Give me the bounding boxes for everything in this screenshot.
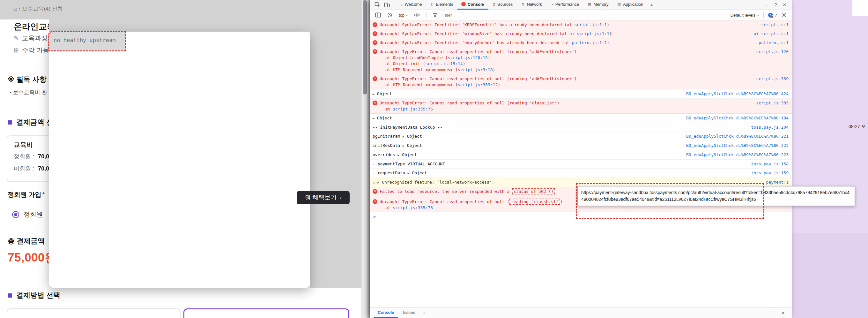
- code-location-link[interactable]: ui-script.js:1:1: [569, 31, 609, 36]
- strip-lower-shade: [792, 233, 868, 318]
- drawer-tab-console[interactable]: Console: [374, 308, 398, 318]
- context-selector-value: top: [399, 13, 404, 18]
- radio-selected-icon[interactable]: [12, 211, 19, 218]
- source-location-link[interactable]: BD_eduApplySlctChck.d…%B9%8C%EC%A7%80:19…: [686, 115, 788, 121]
- close-devtools-icon[interactable]: ✕: [780, 2, 789, 7]
- more-tabs-icon[interactable]: +: [648, 2, 656, 8]
- message-text: Uncaught TypeError: Cannot read properti…: [380, 100, 560, 105]
- inspect-icon[interactable]: [373, 2, 382, 8]
- code-location-link[interactable]: script.js:120:13: [448, 55, 488, 60]
- more-options-icon[interactable]: ⋮: [767, 310, 777, 315]
- console-message: overrides ▶ Object: [373, 152, 680, 158]
- filter-input[interactable]: Filter: [442, 13, 545, 18]
- source-location-link[interactable]: toss.pay.js:158: [751, 161, 788, 167]
- source-location-link[interactable]: BD_eduApplySlctChck.d…%B9%8C%EC%A7%80:22…: [686, 152, 788, 158]
- log-levels-dropdown[interactable]: Default levels ▾: [731, 13, 759, 18]
- console-row[interactable]: overrides ▶ ObjectBD_eduApplySlctChck.d……: [370, 150, 792, 160]
- code-location-link[interactable]: script.js:1:1: [574, 22, 607, 27]
- console-row[interactable]: ✕Uncaught TypeError: Cannot read propert…: [370, 47, 792, 75]
- pencil-icon: ✎: [14, 34, 19, 42]
- close-drawer-icon[interactable]: ✕: [778, 310, 788, 315]
- tab-application[interactable]: ▧Application: [613, 0, 648, 9]
- console-prompt[interactable]: >: [370, 212, 792, 221]
- console-row[interactable]: ✕Uncaught SyntaxError: Identifier 'windo…: [370, 29, 792, 38]
- console-row[interactable]: -- initPaymentData Lookup --toss.pay.js:…: [370, 123, 792, 132]
- console-sidebar-icon[interactable]: [373, 12, 383, 18]
- console-row[interactable]: ⚠▶ Unrecognized feature: 'local-network-…: [370, 178, 792, 187]
- modal-panel: no healthy upstream: [49, 32, 310, 288]
- source-location-link[interactable]: payment:1: [766, 179, 788, 185]
- tab-memory[interactable]: ▦Memory: [584, 0, 613, 9]
- divider: [763, 12, 764, 18]
- source-location-link[interactable]: toss.pay.js:204: [751, 124, 788, 130]
- benefit-button[interactable]: 원 혜택보기 ›: [297, 191, 350, 204]
- source-location-link[interactable]: BD_eduApplySlctChck.d…%B9%8C%EC%A7%80:22…: [686, 133, 788, 139]
- stack-trace-line: at HTMLDocument.<anonymous> (script.js:3…: [380, 67, 750, 73]
- source-location-link[interactable]: pattern.js:1: [758, 39, 788, 46]
- context-selector[interactable]: top ▾: [397, 12, 410, 18]
- tab-label: Console: [468, 2, 484, 7]
- source-location-link[interactable]: script.js:339: [756, 76, 788, 82]
- section-payment-method: 결제방법 선택: [8, 291, 60, 300]
- console-row[interactable]: pgInitParam ▶ ObjectBD_eduApplySlctChck.…: [370, 132, 792, 141]
- application-tab-icon: ▧: [618, 2, 621, 6]
- console-row[interactable]: ▶ ObjectBD_eduApplySlctChck.d…%B9%8C%EC%…: [370, 114, 792, 123]
- console-row[interactable]: ▶ ObjectBD_eduApplySlctChck.d…%B9%8C%EC%…: [370, 89, 792, 99]
- console-message: Uncaught SyntaxError: Identifier 'KRDSFo…: [380, 22, 755, 28]
- payment-option-box-selected[interactable]: [183, 309, 349, 318]
- add-tab-icon[interactable]: +: [420, 310, 428, 315]
- console-message: Uncaught TypeError: Cannot read properti…: [380, 49, 750, 73]
- issues-counter[interactable]: 7: [768, 13, 777, 18]
- message-text: at HTMLDocument.<anonymous> (: [385, 82, 458, 87]
- issues-icon: [768, 13, 773, 18]
- message-text: Object: [404, 134, 422, 139]
- network-tab-icon: ⇅: [522, 2, 524, 6]
- issues-count: 7: [775, 13, 777, 18]
- console-message: Uncaught SyntaxError: Identifier 'window…: [380, 31, 748, 37]
- code-location-link[interactable]: script.js:15:14: [425, 61, 463, 66]
- membership-radio[interactable]: 정회원: [12, 210, 43, 219]
- source-location-link[interactable]: toss.pay.js:159: [751, 170, 788, 176]
- stack-trace-line: at script.js:335:76: [380, 106, 750, 112]
- code-location-link[interactable]: script.js:339:12: [458, 82, 498, 87]
- more-options-icon[interactable]: ⋯: [761, 2, 771, 7]
- annotated-text: status of 503 (): [512, 189, 555, 195]
- console-toolbar: top ▾ Filter Default levels ▾ 7: [370, 10, 792, 21]
- tab-sources[interactable]: {}Sources: [488, 0, 517, 9]
- tab-elements[interactable]: ⟨⟩Elements: [427, 0, 458, 9]
- help-icon[interactable]: ?: [771, 2, 780, 7]
- live-expression-eye-icon[interactable]: [412, 13, 422, 17]
- message-text: Object: [374, 91, 392, 96]
- divider: [426, 12, 427, 18]
- payment-option-box[interactable]: [7, 309, 181, 318]
- console-row[interactable]: ✕Uncaught SyntaxError: Identifier 'KRDSF…: [370, 21, 792, 29]
- course-row: ✎ 교육과정 :: [14, 34, 51, 42]
- source-location-link[interactable]: script.js:120: [756, 49, 788, 55]
- settings-gear-icon[interactable]: [780, 12, 788, 18]
- code-location-link[interactable]: script.js:335:76: [393, 107, 433, 111]
- tab-label: Performance: [555, 2, 579, 7]
- tab-performance[interactable]: ◔Performance: [547, 0, 584, 9]
- background-page-strip: 08-27 오: [792, 0, 868, 318]
- prompt-chevron-icon: >: [373, 214, 376, 219]
- source-location-link[interactable]: script.js:335: [756, 100, 788, 106]
- console-row[interactable]: - paymentType VIRTUAL_ACCOUNTtoss.pay.js…: [370, 160, 792, 169]
- console-row[interactable]: initResData ▶ ObjectBD_eduApplySlctChck.…: [370, 141, 792, 150]
- clear-console-icon[interactable]: [385, 12, 394, 18]
- device-toolbar-icon[interactable]: [382, 2, 392, 8]
- source-location-link[interactable]: BD_eduApplySlctChck.d…%B9%8C%EC%A7%80:42…: [686, 91, 788, 97]
- message-text: - requestData: [373, 171, 408, 175]
- source-location-link[interactable]: script.js:1: [761, 22, 788, 28]
- code-location-link[interactable]: pattern.js:1:1: [572, 40, 607, 45]
- source-location-link[interactable]: BD_eduApplySlctChck.d…%B9%8C%EC%A7%80:22…: [686, 142, 788, 148]
- tab-network[interactable]: ⇅Network: [517, 0, 547, 9]
- console-row[interactable]: ✕Uncaught TypeError: Cannot read propert…: [370, 75, 792, 89]
- tab-welcome[interactable]: ⌂Welcome: [396, 0, 427, 9]
- source-location-link[interactable]: ui-script.js:1: [753, 31, 788, 37]
- code-location-link[interactable]: script.js:335:76: [393, 205, 433, 210]
- code-location-link[interactable]: script.js:3:18: [458, 67, 493, 72]
- drawer-tab-issues[interactable]: Issues: [399, 308, 419, 318]
- console-row[interactable]: ✕Uncaught SyntaxError: Identifier 'empty…: [370, 38, 792, 47]
- console-row[interactable]: ✕Uncaught TypeError: Cannot read propert…: [370, 99, 792, 114]
- console-row[interactable]: - requestData ▶ Objecttoss.pay.js:159: [370, 169, 792, 178]
